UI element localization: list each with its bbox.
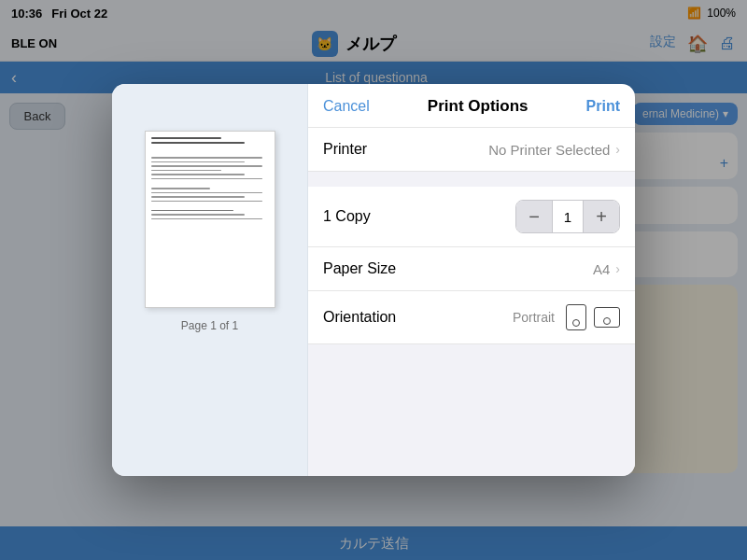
preview-line-3 <box>151 157 263 159</box>
preview-line-4 <box>151 161 246 163</box>
printer-value: No Printer Selected <box>488 142 610 158</box>
cancel-button[interactable]: Cancel <box>323 98 370 115</box>
orientation-text: Portrait <box>513 310 555 325</box>
copy-row: 1 Copy − 1 + <box>308 187 635 247</box>
landscape-circle <box>603 317 611 325</box>
copy-stepper: − 1 + <box>515 200 620 233</box>
preview-line-5 <box>151 165 263 167</box>
preview-line-13 <box>151 210 233 211</box>
orientation-label: Orientation <box>323 309 396 326</box>
options-header: Cancel Print Options Print <box>308 84 635 128</box>
copy-count: 1 <box>552 201 584 232</box>
print-button[interactable]: Print <box>586 98 620 115</box>
preview-line-11 <box>151 196 246 198</box>
paper-size-value-group: A4 › <box>593 261 620 277</box>
preview-line-15 <box>151 218 263 220</box>
preview-line-6 <box>151 170 222 172</box>
options-body: Printer No Printer Selected › 1 Copy − 1… <box>308 128 635 476</box>
paper-size-label: Paper Size <box>323 260 396 277</box>
preview-line-9 <box>151 188 210 189</box>
section-divider-1 <box>308 172 635 187</box>
preview-line-2 <box>151 142 246 144</box>
portrait-icon[interactable] <box>566 304 586 330</box>
page-label: Page 1 of 1 <box>181 319 238 332</box>
increment-button[interactable]: + <box>584 201 619 232</box>
preview-line-7 <box>151 174 246 175</box>
preview-line-12 <box>151 201 263 203</box>
preview-line-14 <box>151 214 246 216</box>
preview-panel: Page 1 of 1 <box>112 84 308 476</box>
options-panel: Cancel Print Options Print Printer No Pr… <box>308 84 635 476</box>
printer-row[interactable]: Printer No Printer Selected › <box>308 128 635 172</box>
modal-overlay: Page 1 of 1 Cancel Print Options Print P… <box>0 0 747 560</box>
paper-size-value: A4 <box>593 261 610 277</box>
decrement-button[interactable]: − <box>516 201 552 232</box>
preview-line-1 <box>151 137 222 139</box>
copy-label: 1 Copy <box>323 208 371 225</box>
printer-chevron-icon: › <box>615 142 620 157</box>
printer-value-group: No Printer Selected › <box>488 142 620 158</box>
paper-size-row[interactable]: Paper Size A4 › <box>308 247 635 291</box>
dialog-title: Print Options <box>428 97 529 116</box>
orientation-row: Orientation Portrait <box>308 291 635 344</box>
orientation-icons: Portrait <box>513 304 620 330</box>
landscape-icon[interactable] <box>594 307 620 328</box>
printer-label: Printer <box>323 141 367 158</box>
portrait-circle <box>572 319 580 327</box>
preview-line-10 <box>151 192 263 194</box>
preview-line-8 <box>151 178 263 180</box>
print-dialog: Page 1 of 1 Cancel Print Options Print P… <box>112 84 635 476</box>
page-preview <box>145 131 275 308</box>
paper-size-chevron-icon: › <box>615 261 620 276</box>
